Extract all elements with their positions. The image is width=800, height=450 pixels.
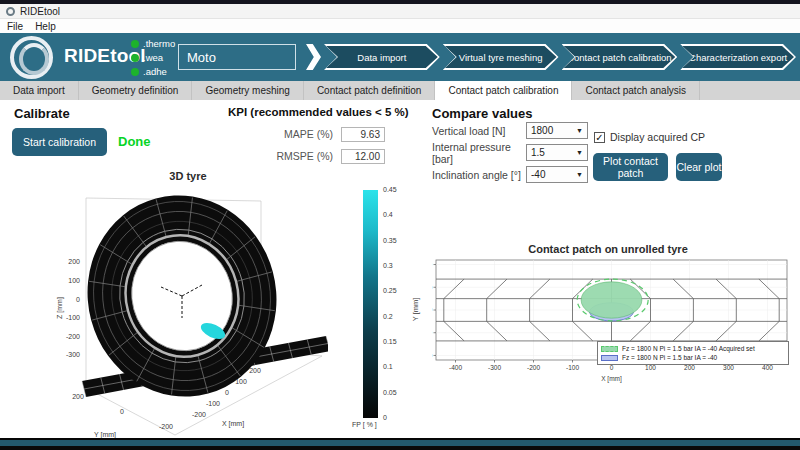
step-virtual-tyre-meshing[interactable]: Virtual tyre meshing (443, 44, 559, 70)
calibrate-heading: Calibrate (14, 106, 70, 121)
chevron-down-icon: ▼ (576, 171, 583, 178)
kpi-row-mape: MAPE (%)9.63 (222, 126, 385, 142)
project-name-input[interactable] (178, 44, 296, 70)
internal-pressure-select[interactable]: 1.5▼ (526, 144, 588, 161)
svg-text:X [mm]: X [mm] (601, 375, 622, 383)
display-acquired-cp-label: Display acquired CP (610, 131, 705, 143)
svg-text:-300: -300 (66, 351, 80, 358)
indicator-adhe: .adhe (131, 65, 175, 78)
display-acquired-cp-checkbox[interactable]: ✓ (594, 132, 605, 143)
chevron-down-icon: ▼ (576, 149, 583, 156)
tab-contact-patch-analysis[interactable]: Contact patch analysis (572, 81, 700, 100)
plot2d-ylabel: Y [mm] (411, 298, 420, 322)
tab-data-import[interactable]: Data import (0, 81, 79, 100)
svg-text:-300: -300 (488, 364, 501, 371)
tab-geometry-definition[interactable]: Geometry definition (79, 81, 193, 100)
green-dot-icon (131, 68, 139, 76)
svg-text:0: 0 (76, 296, 80, 303)
tab-contact-patch-definition[interactable]: Contact patch definition (304, 81, 436, 100)
field-row-vertical-load: Vertical load [N]1800▼ (432, 122, 592, 139)
svg-text:-100: -100 (206, 400, 220, 407)
step-inner: Contact patch calibration (564, 46, 676, 68)
colorbar-label: FP [ % ] (352, 421, 377, 428)
green-dot-icon (131, 54, 139, 62)
calibration-status: Done (118, 134, 151, 149)
app-icon (6, 7, 15, 16)
plot-contact-patch-button[interactable]: Plot contact patch (593, 153, 668, 181)
svg-text:0: 0 (610, 364, 614, 371)
colorbar-tick: 0.05 (383, 389, 397, 396)
brand-logo (10, 36, 53, 79)
colorbar-tick: 0.4 (383, 211, 393, 218)
step-label: Contact patch calibration (567, 52, 672, 63)
svg-text:300: 300 (723, 364, 734, 371)
titlebar: RIDEtool (0, 4, 800, 19)
step-inner: Virtual tyre meshing (445, 46, 557, 68)
inclination-angle-select[interactable]: -40▼ (526, 166, 588, 183)
svg-text:-100: -100 (566, 364, 579, 371)
step-label: Characterization export (689, 52, 787, 63)
svg-text:200: 200 (249, 367, 261, 374)
window-title: RIDEtool (20, 6, 60, 17)
3d-tyre-plot: 2001000-100-200-3002000-200-200-10001002… (28, 183, 328, 441)
green-dot-icon (131, 40, 139, 48)
svg-text:200: 200 (684, 364, 695, 371)
step-contact-patch-calibration[interactable]: Contact patch calibration (562, 44, 678, 70)
bottom-bar (0, 438, 800, 450)
tab-contact-patch-calibration[interactable]: Contact patch calibration (435, 81, 572, 100)
colorbar-tick: 0.2 (383, 313, 393, 320)
vertical-load-value: 1800 (531, 125, 553, 136)
vertical-load-label: Vertical load [N] (432, 125, 526, 137)
svg-text:X [mm]: X [mm] (222, 420, 244, 428)
legend-label: Fz = 1800 N Pi = 1.5 bar IA = -40 (622, 354, 717, 361)
svg-text:100: 100 (645, 364, 656, 371)
kpi-value-mape[interactable]: 9.63 (341, 127, 385, 142)
plot3d-title: 3D tyre (148, 170, 228, 182)
svg-text:100: 100 (235, 378, 247, 385)
menu-file[interactable]: File (7, 21, 23, 32)
legend-entry: Fz = 1800 N Pi = 1.5 bar IA = -40 (601, 353, 785, 362)
svg-text:Z [mm]: Z [mm] (56, 297, 64, 319)
colorbar-tick: 0.25 (383, 287, 397, 294)
step-characterization-export[interactable]: Characterization export (680, 44, 796, 70)
menubar: FileHelp (0, 19, 800, 33)
compare-fields: Vertical load [N]1800▼Internal pressure … (432, 122, 592, 188)
plot2d-legend: Fz = 1800 N Pi = 1.5 bar IA = -40 Acquir… (597, 341, 789, 365)
field-row-internal-pressure: Internal pressure [bar]1.5▼ (432, 144, 592, 161)
colorbar-gradient (363, 190, 378, 418)
menu-help[interactable]: Help (35, 21, 56, 32)
inclination-angle-value: -40 (531, 169, 545, 180)
chevron-down-icon: ▼ (576, 127, 583, 134)
colorbar-tick: 0.45 (383, 186, 397, 193)
vertical-load-select[interactable]: 1800▼ (526, 122, 588, 139)
indicator-thermo: .thermo (131, 37, 175, 50)
dashed-swatch-icon (601, 346, 618, 352)
legend-entry: Fz = 1800 N Pi = 1.5 bar IA = -40 Acquir… (601, 344, 785, 353)
kpi-row-rmspe: RMSPE (%)12.00 (222, 148, 385, 164)
start-calibration-button[interactable]: Start calibration (12, 128, 107, 156)
chevron-right-icon (306, 44, 321, 70)
legend-label: Fz = 1800 N Pi = 1.5 bar IA = -40 Acquir… (622, 345, 755, 352)
workflow-steps: Data importVirtual tyre meshingContact p… (306, 44, 796, 70)
contact-patch-plot: -400-300-200-1000100200300400100500-50-1… (432, 257, 792, 385)
step-data-import[interactable]: Data import (324, 44, 440, 70)
tab-geometry-meshing[interactable]: Geometry meshing (192, 81, 303, 100)
indicator-label: .wea (143, 52, 163, 63)
svg-text:-400: -400 (449, 364, 462, 371)
svg-text:400: 400 (762, 364, 773, 371)
colorbar-ticks: 00.050.10.150.20.250.30.350.40.45 (381, 190, 411, 418)
colorbar-tick: 0 (383, 414, 387, 421)
kpi-heading: KPI (recommended values < 5 %) (228, 106, 409, 118)
svg-text:200: 200 (68, 258, 80, 265)
kpi-value-rmspe[interactable]: 12.00 (341, 149, 385, 164)
filled-swatch-icon (601, 355, 618, 361)
kpi-label: RMSPE (%) (276, 150, 333, 162)
step-label: Data import (357, 52, 406, 63)
colorbar-tick: 0.15 (383, 338, 397, 345)
acquired-patch-fill (581, 282, 642, 318)
svg-text:-200: -200 (192, 411, 206, 418)
indicator-label: .adhe (143, 66, 167, 77)
clear-plot-button[interactable]: Clear plot (676, 153, 722, 181)
display-acquired-cp-row: ✓ Display acquired CP (594, 131, 705, 143)
svg-text:-200: -200 (527, 364, 540, 371)
